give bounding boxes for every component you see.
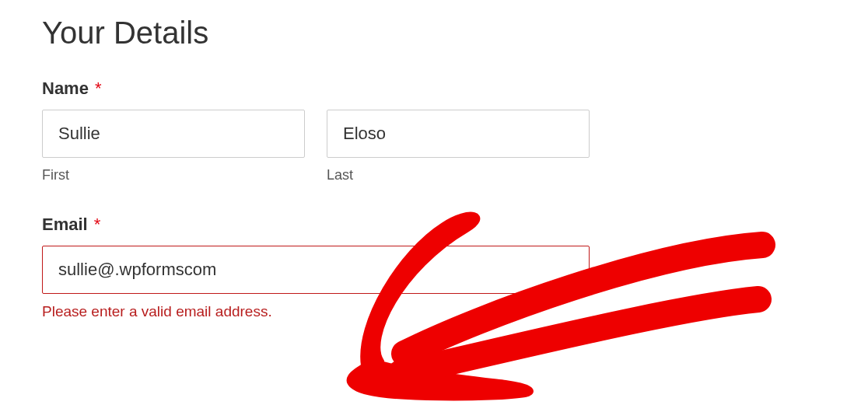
last-name-input[interactable] [327,110,590,158]
last-name-sublabel: Last [327,167,590,183]
required-indicator: * [95,79,102,98]
last-name-column: Last [327,110,590,183]
name-label: Name * [42,79,826,99]
email-label-text: Email [42,215,88,234]
required-indicator: * [94,215,101,234]
first-name-input[interactable] [42,110,305,158]
first-name-sublabel: First [42,167,305,183]
name-row: First Last [42,110,826,183]
form-title: Your Details [42,16,826,51]
first-name-column: First [42,110,305,183]
name-field-group: Name * First Last [42,79,826,183]
email-input[interactable] [42,246,590,294]
email-error-message: Please enter a valid email address. [42,303,590,320]
name-label-text: Name [42,79,89,98]
email-label: Email * [42,215,590,235]
email-field-group: Email * Please enter a valid email addre… [42,215,590,320]
